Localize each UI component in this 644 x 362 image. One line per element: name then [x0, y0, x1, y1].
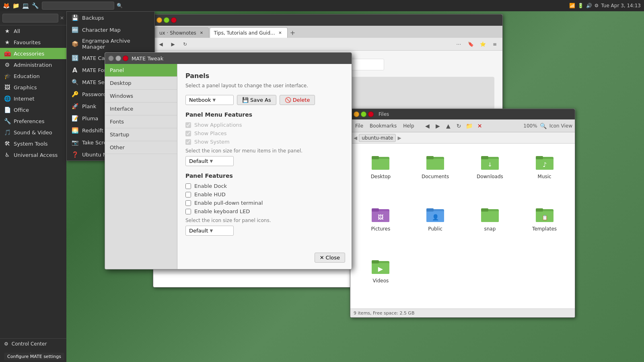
browser-back-btn[interactable]: ◀ [156, 40, 165, 49]
fm-delete-btn[interactable]: ✕ [475, 121, 484, 130]
file-item-desktop[interactable]: Desktop [356, 150, 405, 196]
menu-item-graphics[interactable]: 🖼 Graphics [0, 82, 66, 93]
file-item-documents[interactable]: Documents [411, 150, 460, 196]
browser-close-btn[interactable] [171, 17, 177, 23]
taskbar-network-icon: 📶 [569, 3, 575, 8]
file-item-templates[interactable]: 📋 Templates [520, 202, 569, 248]
fm-close-btn[interactable] [368, 111, 374, 117]
taskbar-search-icon[interactable]: 🔍 [115, 1, 124, 10]
sidebar-desktop[interactable]: Desktop [105, 77, 177, 90]
fm-reload-btn[interactable]: ↻ [455, 121, 463, 130]
fm-bookmarks-btn[interactable]: Bookmarks [367, 122, 399, 130]
file-item-snap[interactable]: snap [466, 202, 514, 248]
browser-tab-tips[interactable]: Tips, Tutorials and Guid... ✕ [210, 27, 288, 38]
snap-folder-icon [480, 205, 500, 224]
tab-tips-close[interactable]: ✕ [278, 30, 283, 36]
show-system-row: Show System [185, 139, 344, 145]
fm-zoom-in-btn[interactable]: 🔍 [539, 121, 548, 130]
menu-item-universal-access[interactable]: ♿ Universal Access [0, 149, 66, 160]
sidebar-windows[interactable]: Windows [105, 90, 177, 103]
taskbar-control-icon[interactable]: 🔧 [31, 1, 39, 10]
tab-shownotes-close[interactable]: ✕ [199, 30, 204, 36]
show-system-checkbox[interactable] [185, 139, 191, 145]
app-search-clear-icon[interactable]: ✕ [60, 15, 64, 21]
fm-minimize-btn[interactable] [354, 111, 359, 117]
taskbar-firefox-icon[interactable]: 🦊 [2, 1, 10, 10]
sidebar-startup[interactable]: Startup [105, 128, 177, 141]
dialog-maximize-btn[interactable] [115, 56, 121, 61]
menu-item-education[interactable]: 🎓 Education [0, 70, 66, 82]
dialog-close-button[interactable]: ✕ Close [315, 253, 345, 263]
enable-hud-checkbox[interactable] [185, 192, 191, 197]
submenu-backups[interactable]: 💾 Backups [67, 12, 154, 24]
enable-pulldown-checkbox[interactable] [185, 200, 191, 206]
sidebar-panel[interactable]: Panel [105, 64, 177, 77]
taskbar-left: 🦊 📁 💻 🔧 🔍 [0, 1, 124, 10]
browser-minimize-btn[interactable] [156, 17, 162, 23]
menu-item-system-tools[interactable]: 🛠 System Tools [0, 138, 66, 149]
session-power-icon[interactable]: ⏻ [27, 352, 35, 360]
app-search-input[interactable] [2, 14, 58, 23]
fm-maximize-btn[interactable] [361, 111, 366, 117]
menu-item-administration[interactable]: ⚙ Administration [0, 59, 66, 70]
sidebar-other[interactable]: Other [105, 141, 177, 154]
file-item-music[interactable]: ♪ Music [520, 150, 569, 196]
search-tool-icon: 🔍 [71, 78, 79, 86]
menu-item-accessories[interactable]: 🧰 Accessories [0, 48, 66, 59]
file-item-videos[interactable]: ▶ Videos [356, 254, 405, 300]
dialog-minimize-btn[interactable] [108, 56, 114, 61]
fm-path-arrow-right[interactable]: ▶ [397, 135, 401, 141]
fm-forward-btn[interactable]: ▶ [434, 121, 442, 130]
panel-layout-dropdown[interactable]: Netbook ▼ [185, 95, 234, 105]
fm-menu-btn[interactable]: File [353, 122, 366, 130]
file-item-downloads[interactable]: ↓ Downloads [466, 150, 514, 196]
browser-menu-btn[interactable]: ⋯ [454, 40, 463, 49]
browser-star-btn[interactable]: ⭐ [478, 40, 487, 49]
menu-icon-size-dropdown[interactable]: Default ▼ [185, 156, 234, 166]
enable-keyboard-led-checkbox[interactable] [185, 209, 191, 214]
browser-tab-shownotes[interactable]: ux · Shownotes ✕ [155, 27, 209, 38]
menu-item-sound-video[interactable]: 🎵 Sound & Video [0, 127, 66, 138]
menu-item-preferences[interactable]: 🔧 Preferences [0, 115, 66, 127]
panel-save-as-btn[interactable]: 💾 Save As [237, 95, 276, 105]
taskbar-search[interactable] [42, 2, 114, 10]
dialog-close-btn-top[interactable] [123, 56, 128, 61]
fm-path-ubuntu-mate[interactable]: ubuntu-mate [359, 134, 396, 142]
taskbar-terminal-icon[interactable]: 💻 [21, 1, 30, 10]
panel-delete-btn[interactable]: 🚫 Delete [280, 95, 315, 105]
control-center-item[interactable]: ⚙ Control Center Configure MATE settings [0, 339, 66, 349]
submenu-character-map[interactable]: 🔤 Character Map [67, 24, 154, 36]
sidebar-interface[interactable]: Interface [105, 103, 177, 115]
file-item-public[interactable]: 👤 Public [411, 202, 460, 248]
browser-reload-btn[interactable]: ↻ [181, 40, 189, 49]
fm-up-btn[interactable]: ▲ [444, 121, 453, 130]
browser-sync-btn[interactable]: ≡ [490, 40, 499, 49]
show-places-checkbox[interactable] [185, 131, 191, 136]
taskbar-time: Tue Apr 3, 14:13 [601, 3, 641, 8]
fm-help-btn[interactable]: Help [401, 122, 416, 130]
show-applications-checkbox[interactable] [185, 122, 191, 128]
file-item-pictures[interactable]: 🖼 Pictures [356, 202, 405, 248]
fm-new-folder-btn[interactable]: 📁 [465, 121, 474, 130]
session-lock-icon[interactable]: 📺 [15, 352, 23, 360]
menu-item-favourites[interactable]: ★ Favourites [0, 37, 66, 48]
session-screen-icon[interactable]: 🖥 [4, 352, 12, 360]
menu-item-internet[interactable]: 🌐 Internet [0, 93, 66, 104]
browser-maximize-btn[interactable] [164, 17, 169, 23]
fm-path-arrow-left[interactable]: ◀ [354, 135, 357, 141]
menu-item-office[interactable]: 📄 Office [0, 104, 66, 115]
menu-item-all[interactable]: ★ All [0, 25, 66, 37]
sidebar-fonts[interactable]: Fonts [105, 115, 177, 128]
panel-icon-size-dropdown[interactable]: Default ▼ [185, 226, 234, 236]
taskbar-files-icon[interactable]: 📁 [11, 1, 20, 10]
enable-dock-checkbox[interactable] [185, 183, 191, 189]
taskbar-search-input[interactable] [45, 3, 111, 8]
browser-forward-btn[interactable]: ▶ [169, 40, 177, 49]
preferences-icon: 🔧 [4, 118, 10, 124]
browser-bookmark-btn[interactable]: 🔖 [466, 40, 475, 49]
submenu-engrampa[interactable]: 📦 Engrampa Archive Manager [67, 36, 154, 52]
enable-pulldown-label: Enable pull-down terminal [194, 200, 263, 206]
filemanager-statusbar: 9 items, Free space: 2.5 GB [350, 309, 575, 317]
fm-back-btn[interactable]: ◀ [423, 121, 432, 130]
add-tab-btn[interactable]: + [288, 28, 297, 37]
